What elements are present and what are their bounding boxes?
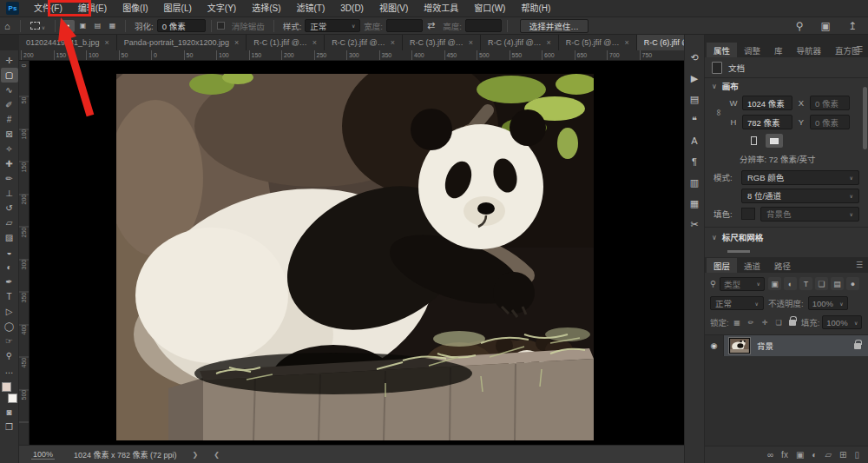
menu-item[interactable]: 视图(V) xyxy=(372,0,416,17)
crop-tool[interactable]: # xyxy=(1,112,18,127)
close-icon[interactable]: × xyxy=(624,38,628,47)
marquee-tool-preset-icon[interactable]: ∨ xyxy=(26,21,49,31)
eraser-tool[interactable]: ▱ xyxy=(1,215,18,230)
intersect-selection-mode-icon[interactable]: ▦ xyxy=(106,20,119,32)
photoshop-logo-icon[interactable]: Ps xyxy=(6,2,19,15)
fill-color-swatch[interactable] xyxy=(741,208,755,220)
quick-selection-tool[interactable]: ✐ xyxy=(1,97,18,112)
status-collapse-icon[interactable]: ❮ xyxy=(214,451,220,459)
layer-mask-icon[interactable]: ▣ xyxy=(796,450,804,460)
landscape-orientation-button[interactable] xyxy=(766,134,783,148)
canvas-width-field[interactable]: 1024 像素 xyxy=(742,96,792,110)
more-tools[interactable]: … xyxy=(1,363,18,378)
new-selection-mode-icon[interactable]: ▪ xyxy=(62,20,75,32)
close-icon[interactable]: × xyxy=(469,38,473,47)
close-icon[interactable]: × xyxy=(547,38,551,47)
panel-tab[interactable]: 图层 xyxy=(707,258,737,273)
delete-layer-icon[interactable]: ▯ xyxy=(854,450,859,460)
blur-tool[interactable]: ◒ xyxy=(1,245,18,260)
add-selection-mode-icon[interactable]: ▣ xyxy=(76,20,89,32)
close-icon[interactable]: × xyxy=(391,38,395,47)
document-tab[interactable]: 012024419541_b.jpg × xyxy=(19,35,117,50)
marquee-tool[interactable]: ▢ xyxy=(1,68,18,83)
portrait-orientation-button[interactable] xyxy=(745,134,762,148)
notes-icon[interactable]: ▦ xyxy=(686,195,703,212)
pen-tool[interactable]: ✒ xyxy=(1,274,18,289)
panel-tab[interactable]: 属性 xyxy=(707,43,737,57)
menu-item[interactable]: 增效工具 xyxy=(416,0,466,17)
close-icon[interactable]: × xyxy=(234,38,239,47)
panel-tab[interactable]: 导航器 xyxy=(790,43,829,57)
tools-icon[interactable]: ✂ xyxy=(686,215,703,233)
canvas-x-field[interactable]: 0 像素 xyxy=(810,96,850,110)
close-icon[interactable]: × xyxy=(312,38,317,47)
paragraph-icon[interactable]: ¶ xyxy=(686,153,703,170)
vertical-ruler[interactable]: 050100150200250300350400450500 xyxy=(19,61,30,445)
export-icon[interactable]: ▥ xyxy=(686,174,703,191)
menu-item[interactable]: 帮助(H) xyxy=(513,0,558,17)
panel-menu-icon[interactable]: ☰ xyxy=(856,261,863,269)
filter-toggle-icon[interactable]: ● xyxy=(846,277,859,290)
share-icon[interactable]: ↥ xyxy=(844,20,861,32)
healing-brush-tool[interactable]: ✚ xyxy=(1,156,18,171)
opacity-select[interactable]: 100%∨ xyxy=(808,296,848,310)
canvas-height-field[interactable]: 782 像素 xyxy=(742,115,792,129)
dodge-tool[interactable]: ◐ xyxy=(1,260,18,274)
hand-tool[interactable]: ☞ xyxy=(1,334,18,348)
panel-tab[interactable]: 路径 xyxy=(767,258,798,273)
document-tab[interactable]: R-C (3).jfif @… × xyxy=(403,35,481,50)
filter-smart-object-icon[interactable]: ▤ xyxy=(831,277,844,290)
lock-paint-icon[interactable]: ✏ xyxy=(746,317,757,328)
link-layers-icon[interactable]: ∞ xyxy=(767,450,773,460)
filter-kind-select[interactable]: 类型∨ xyxy=(720,277,765,291)
panel-menu-icon[interactable]: ☰ xyxy=(856,45,863,54)
type-tool[interactable]: T xyxy=(1,289,18,304)
document-tab[interactable]: R-C (2).jfif @… × xyxy=(325,35,403,50)
canvas-y-field[interactable]: 0 像素 xyxy=(810,115,850,129)
lasso-tool[interactable]: ∿ xyxy=(1,83,18,97)
layer-row-selected[interactable]: 背景 xyxy=(724,335,868,356)
document-canvas[interactable] xyxy=(30,61,684,445)
panel-tab[interactable]: 通道 xyxy=(737,258,767,273)
menu-item[interactable]: 文字(Y) xyxy=(200,0,244,17)
document-tab[interactable]: R-C (4).jfif @… × xyxy=(481,35,559,50)
panel-scrollbar[interactable] xyxy=(863,87,867,149)
home-icon[interactable]: ⌂ xyxy=(0,21,15,31)
document-tab[interactable]: R-C (1).jfif @… × xyxy=(247,35,325,50)
style-select[interactable]: 正常∨ xyxy=(305,19,360,32)
select-and-mask-button[interactable]: 选择并遮住… xyxy=(520,19,589,33)
screen-mode-button[interactable]: ❐ xyxy=(1,420,18,434)
character-icon[interactable]: A xyxy=(686,132,703,149)
lock-transparent-icon[interactable]: ▦ xyxy=(732,317,743,328)
zoom-level-field[interactable]: 100% xyxy=(31,450,55,460)
gradient-tool[interactable]: ▨ xyxy=(1,230,18,245)
horizontal-ruler[interactable]: 2001501005005010015020025030035040045050… xyxy=(19,50,684,61)
status-expand-icon[interactable]: ❯ xyxy=(193,451,199,459)
layer-row[interactable]: ◉ 背景 xyxy=(705,335,868,356)
bit-depth-select[interactable]: 8 位/通道∨ xyxy=(741,189,859,203)
close-icon[interactable]: × xyxy=(105,38,109,47)
background-color-swatch[interactable] xyxy=(8,394,17,403)
lock-all-icon[interactable] xyxy=(787,317,799,328)
rulers-grid-section-header[interactable]: ∨ 标尺和网格 xyxy=(705,229,868,245)
lock-artboard-icon[interactable]: ❏ xyxy=(773,317,785,328)
shape-tool[interactable]: ◯ xyxy=(1,319,18,334)
document-tab[interactable]: Panda-portrait_1920x1200.jpg × xyxy=(117,35,247,50)
filter-pixel-icon[interactable]: ▣ xyxy=(768,277,781,290)
menu-item[interactable]: 图像(I) xyxy=(115,0,155,17)
eyedropper-tool[interactable]: ✧ xyxy=(1,142,18,156)
comments-icon[interactable]: ❝ xyxy=(686,111,703,129)
menu-item[interactable]: 窗口(W) xyxy=(466,0,513,17)
lock-move-icon[interactable]: ✛ xyxy=(760,317,771,328)
swap-dimensions-icon[interactable]: ⇄ xyxy=(423,20,439,31)
new-layer-icon[interactable]: ⊞ xyxy=(839,450,846,460)
feather-input[interactable]: 0 像素 xyxy=(157,19,206,32)
move-tool[interactable]: ✛ xyxy=(1,53,18,68)
history-icon[interactable]: ⟲ xyxy=(686,49,703,66)
frame-tool[interactable]: ⊠ xyxy=(1,127,18,142)
filter-adjustment-icon[interactable]: ◐ xyxy=(784,277,797,290)
canvas-section-header[interactable]: ∨ 画布 xyxy=(705,78,868,94)
quick-mask-button[interactable]: ◙ xyxy=(1,405,18,420)
menu-item[interactable]: 图层(L) xyxy=(156,0,200,17)
antialias-checkbox[interactable] xyxy=(217,22,225,30)
